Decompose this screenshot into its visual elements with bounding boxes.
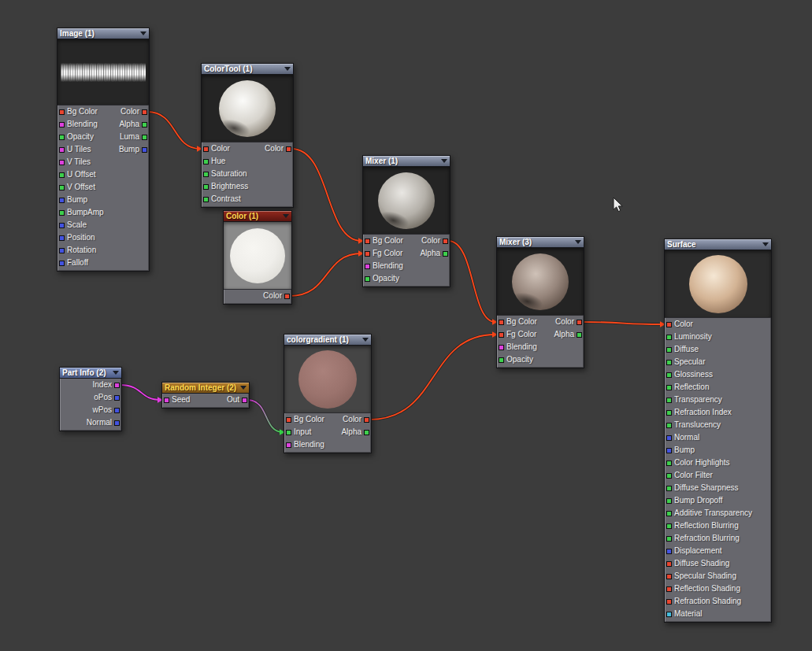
port-in-opacity[interactable] — [365, 276, 370, 282]
chevron-down-icon[interactable] — [284, 67, 291, 71]
port-in-hue[interactable] — [203, 159, 209, 165]
node-row: Bg ColorColor — [57, 105, 149, 118]
port-in-color[interactable] — [666, 322, 672, 327]
node-graph-canvas[interactable]: Image (1)Bg ColorColorBlendingAlphaOpaci… — [0, 0, 812, 651]
node-title-bar[interactable]: ColorTool (1) — [202, 64, 293, 75]
port-in-u-tiles[interactable] — [59, 147, 65, 153]
port-in-color-filter[interactable] — [666, 473, 672, 479]
port-in-seed[interactable] — [164, 398, 169, 403]
port-in-diffuse-shading[interactable] — [666, 561, 672, 567]
port-in-glossiness[interactable] — [666, 372, 672, 378]
port-out-alpha[interactable] — [577, 332, 582, 338]
port-out-color[interactable] — [443, 239, 448, 244]
node-title-bar[interactable]: colorgradient (1) — [284, 335, 371, 346]
node-title-bar[interactable]: Random Integer (2) — [162, 383, 249, 394]
port-in-opacity[interactable] — [59, 135, 65, 140]
port-in-color[interactable] — [203, 146, 209, 152]
chevron-down-icon[interactable] — [441, 159, 447, 163]
port-out-out[interactable] — [242, 398, 247, 403]
port-in-reflection[interactable] — [666, 385, 672, 390]
node-title-bar[interactable]: Mixer (1) — [363, 156, 450, 167]
node-title-bar[interactable]: Image (1) — [57, 28, 149, 39]
port-in-displacement[interactable] — [666, 549, 672, 554]
chevron-down-icon[interactable] — [113, 371, 119, 375]
port-in-refraction-shading[interactable] — [666, 599, 672, 605]
port-in-u-offset[interactable] — [59, 172, 65, 178]
node-title-bar[interactable]: Color (1) — [224, 211, 291, 222]
node-part-info-2[interactable]: Part Info (2)IndexoPoswPosNormal — [59, 367, 122, 431]
port-out-alpha[interactable] — [142, 122, 147, 128]
port-in-reflection-blurring[interactable] — [666, 523, 672, 529]
port-in-specular-shading[interactable] — [666, 574, 672, 579]
port-in-rotation[interactable] — [59, 248, 65, 253]
node-colorgradient-1[interactable]: colorgradient (1)Bg ColorColorInputAlpha… — [284, 334, 372, 453]
node-surface[interactable]: SurfaceColorLuminosityDiffuseSpecularGlo… — [664, 239, 772, 623]
port-out-opos[interactable] — [114, 395, 120, 401]
node-random-integer-2[interactable]: Random Integer (2)SeedOut — [161, 382, 250, 409]
port-in-falloff[interactable] — [59, 261, 65, 266]
port-in-translucency[interactable] — [666, 423, 672, 428]
port-in-bump-dropoff[interactable] — [666, 498, 672, 504]
port-in-fg-color[interactable] — [365, 251, 370, 257]
port-in-bump[interactable] — [666, 448, 672, 453]
chevron-down-icon[interactable] — [140, 31, 146, 35]
port-in-normal[interactable] — [666, 435, 672, 441]
port-in-blending[interactable] — [59, 122, 65, 128]
chevron-down-icon[interactable] — [762, 242, 769, 246]
port-out-alpha[interactable] — [443, 251, 448, 257]
port-in-luminosity[interactable] — [666, 335, 672, 340]
port-out-wpos[interactable] — [114, 408, 120, 413]
port-in-refraction-index[interactable] — [666, 410, 672, 416]
chevron-down-icon[interactable] — [575, 240, 581, 244]
port-in-opacity[interactable] — [499, 357, 504, 363]
node-image-1[interactable]: Image (1)Bg ColorColorBlendingAlphaOpaci… — [57, 28, 150, 272]
node-title-bar[interactable]: Surface — [665, 239, 771, 250]
port-in-bg-color[interactable] — [59, 109, 65, 115]
chevron-down-icon[interactable] — [362, 338, 369, 342]
node-color-1[interactable]: Color (1)Color — [223, 210, 292, 305]
port-in-input[interactable] — [286, 430, 291, 435]
port-in-v-offset[interactable] — [59, 185, 65, 190]
port-in-refraction-blurring[interactable] — [666, 536, 672, 542]
port-in-reflection-shading[interactable] — [666, 586, 672, 592]
port-in-saturation[interactable] — [203, 172, 209, 177]
chevron-down-icon[interactable] — [283, 214, 289, 218]
port-in-material[interactable] — [666, 612, 672, 617]
port-in-blending[interactable] — [499, 345, 504, 350]
port-out-color[interactable] — [286, 146, 291, 152]
port-out-index[interactable] — [114, 383, 120, 388]
port-in-bg-color[interactable] — [365, 239, 370, 244]
port-out-bump[interactable] — [142, 147, 147, 153]
port-in-color-highlights[interactable] — [666, 461, 672, 466]
port-in-blending[interactable] — [365, 264, 370, 269]
node-title-bar[interactable]: Part Info (2) — [60, 368, 121, 379]
port-out-color[interactable] — [284, 294, 290, 299]
port-in-bg-color[interactable] — [286, 417, 291, 423]
port-in-brightness[interactable] — [203, 184, 209, 190]
port-out-color[interactable] — [142, 109, 147, 115]
port-out-normal[interactable] — [114, 420, 120, 426]
port-in-scale[interactable] — [59, 223, 65, 228]
port-out-luma[interactable] — [142, 135, 147, 140]
port-in-contrast[interactable] — [203, 197, 209, 202]
port-in-fg-color[interactable] — [499, 332, 504, 338]
port-out-alpha[interactable] — [364, 430, 369, 435]
port-in-bg-color[interactable] — [499, 320, 504, 325]
port-in-position[interactable] — [59, 235, 65, 241]
port-out-color[interactable] — [364, 417, 369, 423]
port-in-blending[interactable] — [286, 442, 291, 448]
port-in-additive-transparency[interactable] — [666, 511, 672, 516]
node-mixer-1[interactable]: Mixer (1)Bg ColorColorFg ColorAlphaBlend… — [362, 155, 450, 287]
port-in-bumpamp[interactable] — [59, 210, 65, 216]
port-in-v-tiles[interactable] — [59, 160, 65, 165]
node-mixer-3[interactable]: Mixer (3)Bg ColorColorFg ColorAlphaBlend… — [496, 236, 584, 368]
node-colortool-1[interactable]: ColorTool (1)ColorColorHueSaturationBrig… — [201, 63, 294, 208]
port-in-transparency[interactable] — [666, 398, 672, 403]
port-in-diffuse-sharpness[interactable] — [666, 486, 672, 491]
chevron-down-icon[interactable] — [240, 386, 247, 390]
port-in-specular[interactable] — [666, 360, 672, 365]
port-out-color[interactable] — [577, 320, 582, 325]
node-title-bar[interactable]: Mixer (3) — [497, 237, 584, 248]
port-in-bump[interactable] — [59, 198, 65, 203]
port-in-diffuse[interactable] — [666, 347, 672, 353]
